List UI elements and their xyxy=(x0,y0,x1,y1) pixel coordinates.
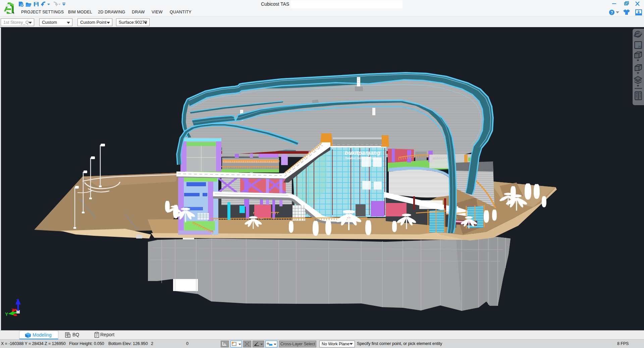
svg-text:Y: Y xyxy=(5,311,8,317)
svg-text:2D: 2D xyxy=(638,45,641,48)
svg-text:hawker center & market: hawker center & market xyxy=(345,156,379,160)
svg-text:?: ? xyxy=(611,10,613,15)
svg-text:bukitpanjang: bukitpanjang xyxy=(345,150,380,156)
svg-text:Z: Z xyxy=(16,298,19,304)
